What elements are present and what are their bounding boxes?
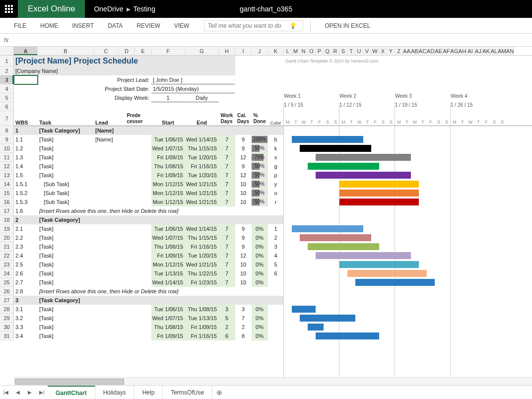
end-cell[interactable]: Wed 1/14/15: [185, 135, 219, 144]
lead-cell[interactable]: [94, 153, 119, 162]
pred-cell[interactable]: [119, 332, 151, 340]
start-cell[interactable]: Wed 1/07/15: [151, 233, 185, 242]
column-header-L[interactable]: L: [284, 47, 292, 55]
lead-cell[interactable]: [94, 296, 119, 305]
pct-cell[interactable]: 0%: [252, 233, 268, 242]
task-cell[interactable]: [Task]: [38, 162, 94, 171]
lead-cell[interactable]: [94, 251, 119, 260]
start-cell[interactable]: Fri 1/09/15: [151, 332, 185, 340]
wbs-cell[interactable]: 1.5.2: [14, 189, 38, 198]
row-header[interactable]: 8: [0, 126, 14, 135]
row-header[interactable]: 22: [0, 251, 14, 260]
start-cell[interactable]: Wed 1/07/15: [151, 144, 185, 153]
hdr-task[interactable]: Task: [38, 111, 94, 126]
pred-cell[interactable]: [119, 296, 151, 305]
document-name[interactable]: gantt-chart_o365: [167, 5, 365, 13]
color-cell[interactable]: [268, 278, 284, 287]
end-cell[interactable]: Fri 1/16/15: [185, 332, 219, 340]
color-cell[interactable]: p: [268, 171, 284, 180]
task-cell[interactable]: [Task]: [38, 314, 94, 323]
color-cell[interactable]: [268, 332, 284, 340]
color-cell[interactable]: 3: [268, 242, 284, 251]
cal-cell[interactable]: 9: [235, 242, 252, 251]
cal-cell[interactable]: 12: [235, 251, 252, 260]
sheet-nav-last-icon[interactable]: ▶|: [36, 387, 48, 399]
pct-cell[interactable]: 0%: [252, 314, 268, 323]
task-cell[interactable]: [Sub Task]: [38, 198, 94, 206]
lead-cell[interactable]: [94, 278, 119, 287]
color-cell[interactable]: [268, 296, 284, 305]
work-cell[interactable]: 7: [219, 189, 235, 198]
task-cell[interactable]: [Task]: [38, 260, 94, 269]
wbs-cell[interactable]: 1.5.3: [14, 198, 38, 206]
task-cell[interactable]: [Task]: [38, 171, 94, 180]
column-header-E[interactable]: E: [135, 47, 151, 55]
column-header-A[interactable]: A: [14, 47, 38, 55]
work-cell[interactable]: 5: [219, 314, 235, 323]
lead-cell[interactable]: [94, 198, 119, 206]
hdr-color[interactable]: Color: [268, 111, 284, 126]
row-header[interactable]: 18: [0, 215, 14, 224]
start-cell[interactable]: Mon 1/12/15: [151, 180, 185, 189]
pred-cell[interactable]: [119, 305, 151, 314]
wbs-cell[interactable]: 2: [14, 215, 38, 224]
lead-cell[interactable]: [94, 260, 119, 269]
wbs-cell[interactable]: 2.5: [14, 260, 38, 269]
end-cell[interactable]: Fri 1/23/15: [185, 278, 219, 287]
pred-cell[interactable]: [119, 215, 151, 224]
work-cell[interactable]: 7: [219, 224, 235, 233]
hdr-wbs[interactable]: WBS: [14, 111, 38, 126]
tab-view[interactable]: VIEW: [167, 18, 197, 34]
work-cell[interactable]: 7: [219, 171, 235, 180]
row-header[interactable]: 28: [0, 305, 14, 314]
cal-cell[interactable]: 10: [235, 269, 252, 278]
column-header-J[interactable]: J: [252, 47, 268, 55]
start-cell[interactable]: Tue 1/06/15: [151, 305, 185, 314]
wbs-cell[interactable]: 1.5: [14, 171, 38, 180]
row-header[interactable]: 31: [0, 332, 14, 340]
displayweek-label[interactable]: Display Week:: [14, 93, 151, 102]
pred-cell[interactable]: [119, 278, 151, 287]
start-cell[interactable]: [151, 126, 185, 135]
start-cell[interactable]: Thu 1/08/15: [151, 162, 185, 171]
pred-cell[interactable]: [119, 189, 151, 198]
work-cell[interactable]: 2: [219, 323, 235, 332]
column-header-AN[interactable]: AN: [506, 47, 514, 55]
lead-cell[interactable]: [94, 189, 119, 198]
pred-cell[interactable]: [119, 269, 151, 278]
pred-cell[interactable]: [119, 162, 151, 171]
column-header-W[interactable]: W: [371, 47, 379, 55]
title-cell[interactable]: [Project Name] Project Schedule: [14, 56, 235, 66]
end-cell[interactable]: Tue 1/20/15: [185, 171, 219, 180]
lead-label[interactable]: Project Lead:: [38, 75, 151, 84]
start-cell[interactable]: Wed 1/07/15: [151, 314, 185, 323]
pct-cell[interactable]: 100%: [252, 135, 268, 144]
column-header-AB[interactable]: AB: [411, 47, 419, 55]
lead-cell[interactable]: [Name]: [94, 135, 119, 144]
pct-cell[interactable]: 0%: [252, 269, 268, 278]
work-cell[interactable]: [219, 296, 235, 305]
end-cell[interactable]: [185, 126, 219, 135]
column-header-R[interactable]: R: [332, 47, 339, 55]
column-header-AE[interactable]: AE: [435, 47, 443, 55]
row-header[interactable]: 14: [0, 180, 14, 189]
sheet-tab-help[interactable]: Help: [134, 386, 163, 399]
start-cell[interactable]: Tue 1/13/15: [151, 269, 185, 278]
start-cell[interactable]: Tue 1/06/15: [151, 135, 185, 144]
color-cell[interactable]: 6: [268, 269, 284, 278]
row-header[interactable]: 10: [0, 144, 14, 153]
column-header-AA[interactable]: AA: [403, 47, 411, 55]
displayweek-mode[interactable]: Daily: [185, 93, 219, 102]
cal-cell[interactable]: 10: [235, 260, 252, 269]
wbs-cell[interactable]: 3.3: [14, 323, 38, 332]
sheet-nav-prev-icon[interactable]: ◀: [12, 387, 24, 399]
column-header-P[interactable]: P: [316, 47, 324, 55]
wbs-cell[interactable]: 1.1: [14, 135, 38, 144]
cal-cell[interactable]: 10: [235, 189, 252, 198]
end-cell[interactable]: Fri 1/09/15: [185, 323, 219, 332]
row-header[interactable]: 24: [0, 269, 14, 278]
add-sheet-icon[interactable]: ⊕: [212, 389, 226, 397]
end-cell[interactable]: Fri 1/16/15: [185, 242, 219, 251]
end-cell[interactable]: Tue 1/20/15: [185, 153, 219, 162]
row-header[interactable]: 17: [0, 206, 14, 215]
